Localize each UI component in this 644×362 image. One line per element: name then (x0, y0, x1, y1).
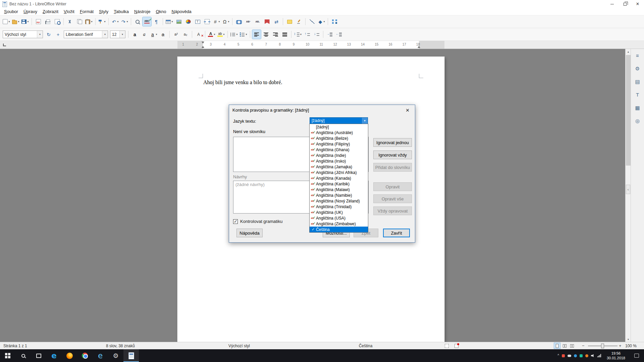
find-and-replace-button[interactable] (133, 17, 142, 26)
page-deck-button[interactable]: ▤ (633, 77, 643, 86)
tray-expand-icon[interactable]: ^ (557, 354, 559, 357)
underline-button[interactable]: a▾ (149, 30, 158, 39)
menu-format[interactable]: Formát (77, 8, 96, 15)
export-pdf-button[interactable] (34, 17, 43, 26)
taskbar-start-button[interactable] (0, 349, 15, 362)
insert-image-button[interactable] (174, 17, 183, 26)
taskbar-chrome[interactable] (77, 349, 93, 362)
menu-upravy[interactable]: Úpravy (21, 8, 40, 15)
language-option[interactable]: abAngličtina (Nový Zéland) (310, 198, 368, 204)
menu-nastroje[interactable]: Nástroje (131, 8, 153, 15)
font-color-button[interactable]: A▾ (207, 30, 216, 39)
language-option[interactable]: abAngličtina (Belize) (310, 135, 368, 141)
strikethrough-button[interactable]: a (159, 30, 167, 39)
paragraph-style-combobox[interactable]: Výchozí styl (3, 31, 43, 38)
taskbar-firefox[interactable] (62, 349, 77, 362)
menu-tabulka[interactable]: Tabulka (111, 8, 131, 15)
word-count-status[interactable]: 8 slov, 38 znaků (106, 344, 135, 348)
close-dialog-button[interactable]: Zavřít (383, 229, 410, 237)
book-view-button[interactable] (569, 343, 575, 349)
formatting-marks-button[interactable]: ¶ (152, 17, 161, 26)
language-option[interactable]: abAngličtina (Trinidad) (310, 204, 368, 209)
page-style-status[interactable]: Výchozí styl (228, 344, 250, 348)
document-modified-icon[interactable] (454, 344, 459, 348)
dropdown-arrow-icon[interactable]: ▾ (300, 33, 302, 36)
subscript-button[interactable]: a₂ (181, 30, 190, 39)
increase-paragraph-spacing-button[interactable] (303, 30, 312, 39)
language-option[interactable]: ✓Čeština (310, 227, 368, 232)
properties-button[interactable]: ⚙ (633, 64, 643, 73)
print-button[interactable] (43, 17, 52, 26)
navigator-button[interactable]: ◎ (633, 116, 643, 125)
basic-shapes-button[interactable]: ◆▾ (317, 17, 326, 26)
menu-zobrazit[interactable]: Zobrazit (40, 8, 61, 15)
superscript-button[interactable]: a² (172, 30, 180, 39)
language-option[interactable]: abAngličtina (Ghana) (310, 147, 368, 153)
dropdown-arrow-icon[interactable]: ▾ (104, 20, 105, 23)
action-center-button[interactable] (631, 349, 643, 362)
numbering-button[interactable]: ▾ (239, 30, 248, 39)
insert-bookmark-button[interactable] (263, 17, 271, 26)
align-left-button[interactable] (252, 30, 261, 39)
decrease-indent-button[interactable] (335, 30, 343, 39)
volume-icon[interactable] (591, 354, 595, 357)
paste-button[interactable]: ▾ (85, 17, 93, 26)
clear-formatting-button[interactable]: A (194, 30, 203, 39)
font-name-combobox[interactable]: Liberation Serif (64, 31, 108, 38)
align-center-button[interactable] (262, 30, 270, 39)
combobox-dropdown-icon[interactable] (362, 118, 368, 124)
insert-field-button[interactable]: #▾ (212, 17, 221, 26)
minimize-button[interactable] (606, 0, 619, 8)
taskbar-settings[interactable]: ⚙ (108, 349, 123, 362)
taskbar-libreoffice-writer[interactable] (123, 349, 139, 362)
scroll-down-icon[interactable] (626, 337, 631, 342)
language-option[interactable]: abAngličtina (Namibie) (310, 192, 368, 198)
insert-textbox-button[interactable]: T (193, 17, 202, 26)
draw-functions-button[interactable] (330, 17, 339, 26)
track-changes-button[interactable] (294, 17, 303, 26)
chevron-down-icon[interactable] (119, 31, 125, 38)
network-icon[interactable] (597, 354, 601, 357)
dropdown-arrow-icon[interactable]: ▾ (236, 33, 237, 36)
page-number-status[interactable]: Stránka 1 z 1 (3, 344, 27, 348)
dropdown-arrow-icon[interactable]: ▾ (156, 33, 157, 36)
dropdown-arrow-icon[interactable]: ▾ (18, 20, 19, 23)
align-right-button[interactable] (271, 30, 280, 39)
increase-indent-button[interactable] (325, 30, 334, 39)
text-language-status[interactable]: Čeština (339, 344, 392, 348)
new-style-button[interactable]: + (54, 30, 62, 39)
language-option[interactable]: abAngličtina (USA) (310, 215, 368, 221)
dropdown-arrow-icon[interactable]: ▾ (228, 20, 229, 23)
tray-app-1-icon[interactable] (562, 354, 565, 357)
taskbar-internet-explorer[interactable]: e (93, 349, 108, 362)
check-grammar-checkbox[interactable]: Kontrolovat gramatiku (233, 219, 282, 224)
insert-line-button[interactable] (308, 17, 316, 26)
dropdown-arrow-icon[interactable]: ▾ (27, 20, 29, 23)
left-indent-marker[interactable] (202, 46, 204, 48)
language-combobox[interactable]: [žádný] (310, 117, 368, 124)
dropdown-arrow-icon[interactable]: ▾ (171, 20, 173, 23)
taskbar-task-view-button[interactable] (31, 349, 46, 362)
styles-button[interactable]: T (633, 90, 643, 99)
undo-button[interactable]: ↶▾ (111, 17, 119, 26)
scroll-up-icon[interactable] (626, 49, 631, 54)
language-option[interactable]: abAngličtina (Malawi) (310, 187, 368, 192)
menu-vlozit[interactable]: Vložit (61, 8, 77, 15)
spelling-button[interactable]: ABC (143, 17, 151, 26)
dropdown-arrow-icon[interactable]: ▾ (91, 20, 92, 23)
help-button[interactable]: Nápověda (236, 229, 263, 237)
dropdown-arrow-icon[interactable]: ▾ (323, 20, 325, 23)
insert-comment-button[interactable] (285, 17, 294, 26)
taskbar-edge[interactable]: e (46, 349, 62, 362)
dropdown-arrow-icon[interactable]: ▾ (117, 20, 118, 23)
vertical-scrollbar[interactable] (625, 49, 631, 342)
dialog-titlebar[interactable]: Kontrola pravopisu a gramatiky: [žádný] (229, 105, 415, 115)
italic-button[interactable]: a (140, 30, 149, 39)
insert-table-button[interactable]: ▾ (165, 17, 174, 26)
language-option[interactable]: abAngličtina (Jamajka) (310, 164, 368, 170)
tray-app-3-icon[interactable] (574, 354, 577, 357)
chevron-down-icon[interactable] (37, 31, 43, 38)
dropdown-arrow-icon[interactable]: ▾ (223, 33, 225, 36)
menu-styly[interactable]: Styly (96, 8, 111, 15)
zoom-out-button[interactable]: − (582, 343, 585, 348)
